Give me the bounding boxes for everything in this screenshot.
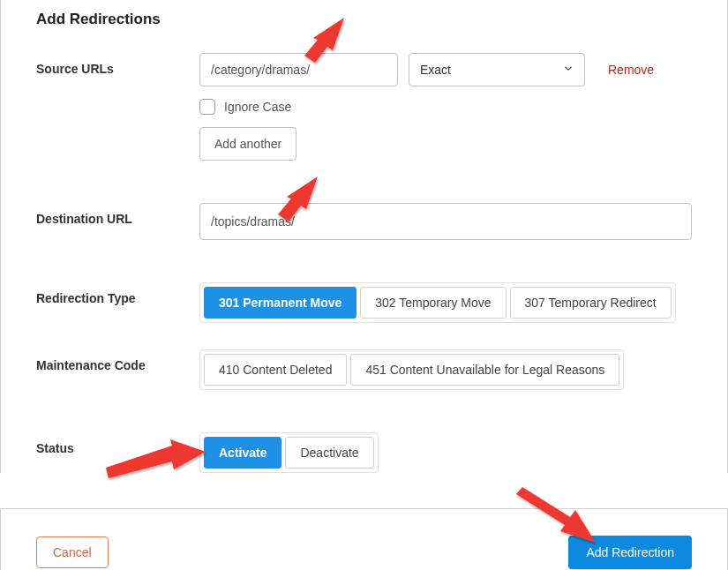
destination-row: Destination URL [36, 203, 692, 240]
status-row: Status Activate Deactivate [36, 432, 692, 473]
deactivate-button[interactable]: Deactivate [285, 437, 373, 469]
add-another-button[interactable]: Add another [199, 127, 296, 161]
source-fields: Exact Remove Ignore Case Add another [199, 53, 692, 161]
destination-url-input[interactable] [199, 203, 692, 240]
redirection-type-row: Redirection Type 301 Permanent Move 302 … [36, 282, 692, 323]
footer-bar: Cancel Add Redirection [0, 508, 728, 570]
ignore-case-row: Ignore Case [199, 99, 692, 115]
option-410-button[interactable]: 410 Content Deleted [204, 354, 347, 386]
status-group: Activate Deactivate [199, 432, 379, 473]
cancel-button[interactable]: Cancel [36, 536, 109, 568]
activate-button[interactable]: Activate [204, 437, 281, 469]
ignore-case-label: Ignore Case [224, 100, 291, 114]
option-301-button[interactable]: 301 Permanent Move [204, 287, 356, 319]
source-line: Exact Remove [199, 53, 692, 86]
option-307-button[interactable]: 307 Temporary Redirect [510, 287, 672, 319]
maintenance-code-group: 410 Content Deleted 451 Content Unavaila… [199, 349, 624, 390]
add-redirection-button[interactable]: Add Redirection [568, 536, 692, 569]
destination-label: Destination URL [36, 203, 199, 226]
source-row: Source URLs Exact Remove Ignore Case Add [36, 53, 692, 161]
option-302-button[interactable]: 302 Temporary Move [360, 287, 506, 319]
source-label: Source URLs [36, 53, 199, 76]
page-title: Add Redirections [36, 11, 692, 28]
redirection-type-group: 301 Permanent Move 302 Temporary Move 30… [199, 282, 676, 323]
status-fields: Activate Deactivate [199, 432, 692, 473]
match-type-select-wrap: Exact [409, 53, 585, 86]
maintenance-code-label: Maintenance Code [36, 349, 199, 372]
source-url-input[interactable] [199, 53, 398, 86]
status-label: Status [36, 432, 199, 455]
option-451-button[interactable]: 451 Content Unavailable for Legal Reason… [350, 354, 619, 386]
redirection-type-label: Redirection Type [36, 282, 199, 305]
ignore-case-checkbox[interactable] [199, 99, 215, 115]
maintenance-code-row: Maintenance Code 410 Content Deleted 451… [36, 349, 692, 390]
destination-fields [199, 203, 692, 240]
redirection-type-fields: 301 Permanent Move 302 Temporary Move 30… [199, 282, 692, 323]
redirection-panel: Add Redirections Source URLs Exact Remov… [0, 0, 728, 473]
maintenance-code-fields: 410 Content Deleted 451 Content Unavaila… [199, 349, 692, 390]
remove-link[interactable]: Remove [608, 63, 654, 77]
match-type-select[interactable]: Exact [409, 53, 585, 86]
